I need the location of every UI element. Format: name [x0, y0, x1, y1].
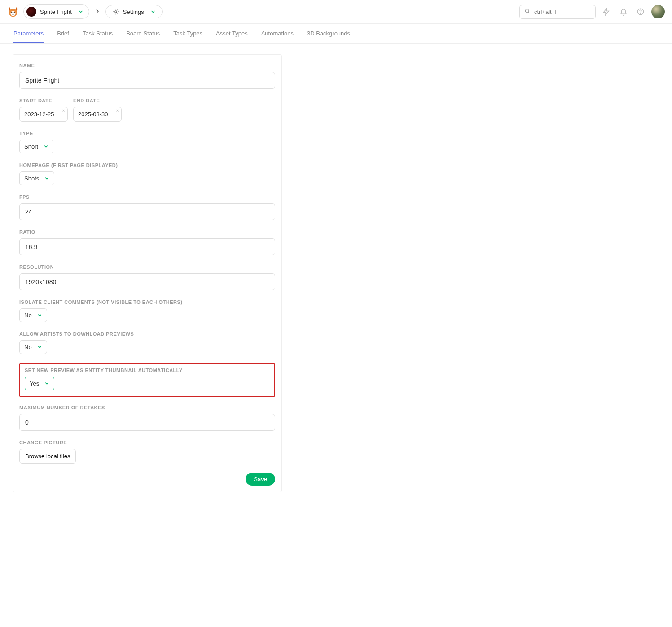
type-value: Short — [24, 143, 38, 150]
auto-thumb-select[interactable]: Yes — [25, 377, 54, 390]
svg-point-2 — [14, 12, 15, 13]
ratio-input[interactable] — [19, 238, 275, 255]
tab-asset-types[interactable]: Asset Types — [215, 24, 249, 43]
breadcrumb-separator — [94, 8, 101, 15]
tab-board-status[interactable]: Board Status — [125, 24, 161, 43]
search-input[interactable] — [534, 9, 591, 15]
svg-point-3 — [115, 11, 117, 13]
end-date-input[interactable] — [73, 107, 122, 122]
homepage-select[interactable]: Shots — [19, 171, 54, 185]
resolution-input[interactable] — [19, 273, 275, 290]
change-picture-label: Change Picture — [19, 440, 275, 445]
chevron-down-icon — [44, 144, 48, 149]
auto-thumb-value: Yes — [30, 380, 39, 387]
page-selector[interactable]: Settings — [105, 5, 163, 18]
tab-brief[interactable]: Brief — [56, 24, 70, 43]
search-icon — [524, 8, 531, 16]
allow-dl-value: No — [24, 344, 32, 351]
clear-end-date[interactable]: × — [116, 108, 119, 113]
news-icon[interactable] — [600, 5, 613, 18]
start-date-input[interactable] — [19, 107, 68, 122]
browse-files-button[interactable]: Browse local files — [19, 449, 76, 464]
isolate-label: Isolate client comments (not visible to … — [19, 299, 275, 305]
svg-point-4 — [525, 9, 529, 13]
svg-line-5 — [528, 12, 530, 13]
tab-task-status[interactable]: Task Status — [82, 24, 114, 43]
type-select[interactable]: Short — [19, 140, 53, 153]
isolate-select[interactable]: No — [19, 308, 47, 322]
save-button[interactable]: Save — [246, 473, 275, 486]
global-search[interactable] — [519, 5, 596, 19]
homepage-value: Shots — [24, 175, 39, 182]
fps-label: FPS — [19, 194, 275, 200]
fps-input[interactable] — [19, 203, 275, 220]
chevron-down-icon — [37, 345, 42, 350]
type-label: Type — [19, 131, 275, 136]
project-name: Sprite Fright — [40, 9, 72, 15]
allow-dl-select[interactable]: No — [19, 340, 47, 354]
app-logo[interactable] — [7, 6, 19, 18]
chevron-down-icon — [150, 9, 156, 14]
tab-3d-backgrounds[interactable]: 3D Backgrounds — [306, 24, 351, 43]
auto-thumbnail-highlight: Set new preview as entity thumbnail auto… — [19, 363, 275, 397]
chevron-down-icon — [78, 9, 83, 14]
clear-start-date[interactable]: × — [62, 108, 65, 113]
name-label: Name — [19, 63, 275, 68]
chevron-down-icon — [44, 381, 49, 386]
gear-icon — [112, 8, 119, 15]
tab-parameters[interactable]: Parameters — [13, 24, 44, 43]
user-avatar[interactable] — [651, 5, 665, 18]
tab-task-types[interactable]: Task Types — [172, 24, 203, 43]
chevron-down-icon — [37, 313, 42, 318]
name-input[interactable] — [19, 72, 275, 89]
page-label: Settings — [123, 9, 144, 15]
notifications-icon[interactable] — [617, 5, 630, 18]
chevron-down-icon — [44, 176, 49, 181]
ratio-label: Ratio — [19, 229, 275, 235]
auto-thumb-label: Set new preview as entity thumbnail auto… — [25, 368, 270, 373]
svg-point-7 — [640, 13, 641, 13]
project-selector[interactable]: Sprite Fright — [23, 4, 89, 19]
homepage-label: Homepage (first page displayed) — [19, 162, 275, 168]
end-date-label: End Date — [73, 98, 122, 103]
project-badge — [26, 7, 36, 17]
parameters-panel: Name Start Date × End Date × Type — [13, 54, 282, 492]
max-retakes-label: Maximum number of retakes — [19, 405, 275, 410]
settings-tabs: ParametersBriefTask StatusBoard StatusTa… — [0, 24, 672, 44]
max-retakes-input[interactable] — [19, 414, 275, 431]
help-icon[interactable] — [634, 5, 647, 18]
allow-dl-label: Allow artists to download previews — [19, 331, 275, 337]
svg-point-0 — [10, 11, 15, 16]
isolate-value: No — [24, 312, 32, 319]
resolution-label: Resolution — [19, 264, 275, 270]
svg-point-1 — [11, 12, 12, 13]
start-date-label: Start Date — [19, 98, 68, 103]
tab-automations[interactable]: Automations — [260, 24, 294, 43]
